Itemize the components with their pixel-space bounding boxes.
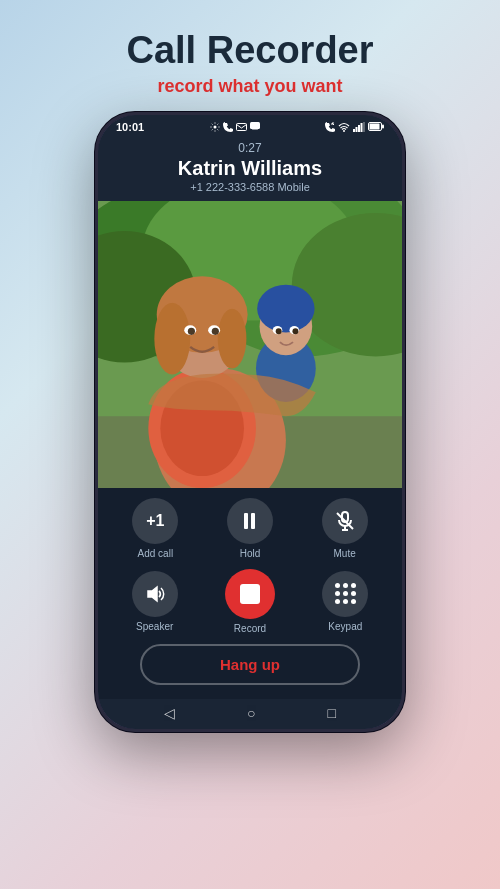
speaker-icon	[144, 583, 166, 605]
status-bar: 10:01	[98, 115, 402, 135]
hangup-row: Hang up	[108, 644, 392, 685]
svg-point-37	[292, 328, 298, 334]
settings-icon	[210, 122, 220, 132]
svg-rect-5	[355, 127, 357, 132]
svg-point-0	[213, 125, 216, 128]
record-icon-circle	[225, 569, 275, 619]
record-label: Record	[234, 623, 266, 634]
pause-bar-left	[244, 513, 248, 529]
app-header: Call Recorder record what you want	[106, 0, 393, 112]
add-call-button[interactable]: +1 Add call	[132, 498, 178, 559]
pause-bar-right	[251, 513, 255, 529]
contact-photo-svg	[98, 201, 402, 488]
battery-icon	[368, 122, 384, 131]
caller-name: Katrin Williams	[108, 157, 392, 180]
add-call-icon: +1	[146, 512, 164, 530]
record-stop-icon	[240, 584, 260, 604]
pause-icon	[244, 513, 255, 529]
add-call-label: Add call	[138, 548, 174, 559]
add-call-icon-circle: +1	[132, 498, 178, 544]
speaker-label: Speaker	[136, 621, 173, 632]
hold-button[interactable]: Hold	[227, 498, 273, 559]
keypad-icon-circle	[322, 571, 368, 617]
svg-rect-4	[353, 129, 355, 132]
svg-rect-11	[382, 125, 384, 129]
svg-rect-1	[236, 123, 246, 130]
svg-rect-7	[360, 123, 362, 132]
call-controls: +1 Add call Hold	[98, 488, 402, 699]
keypad-button[interactable]: Keypad	[322, 571, 368, 632]
message-icon	[250, 122, 260, 131]
svg-point-29	[188, 328, 195, 335]
svg-point-25	[154, 302, 190, 374]
wifi-icon	[338, 122, 350, 132]
call-duration: 0:27	[108, 141, 392, 155]
svg-rect-6	[358, 125, 360, 132]
incoming-call-icon	[325, 122, 335, 132]
svg-point-33	[257, 285, 314, 333]
controls-row-2: Speaker Record	[108, 569, 392, 634]
svg-rect-8	[363, 122, 365, 132]
svg-point-26	[218, 308, 247, 368]
nav-home-button[interactable]: ○	[247, 705, 255, 721]
status-right-icons	[325, 122, 384, 132]
caller-number: +1 222-333-6588 Mobile	[108, 181, 392, 193]
hangup-button[interactable]: Hang up	[140, 644, 360, 685]
svg-point-3	[343, 130, 345, 132]
phone-icon	[223, 122, 233, 132]
hold-label: Hold	[240, 548, 261, 559]
hold-icon-circle	[227, 498, 273, 544]
nav-back-button[interactable]: ◁	[164, 705, 175, 721]
signal-icon	[353, 122, 365, 132]
nav-bar: ◁ ○ □	[98, 699, 402, 729]
speaker-button[interactable]: Speaker	[132, 571, 178, 632]
status-time: 10:01	[116, 121, 144, 133]
svg-marker-42	[148, 587, 157, 601]
mute-button[interactable]: Mute	[322, 498, 368, 559]
record-button[interactable]: Record	[225, 569, 275, 634]
svg-rect-10	[369, 124, 379, 130]
contact-photo	[98, 201, 402, 488]
phone-screen: 10:01	[98, 115, 402, 729]
envelope-icon	[236, 123, 247, 131]
svg-point-36	[276, 328, 282, 334]
keypad-icon	[335, 583, 356, 604]
status-left-icons	[210, 122, 260, 132]
keypad-label: Keypad	[328, 621, 362, 632]
mute-icon-circle	[322, 498, 368, 544]
controls-row-1: +1 Add call Hold	[108, 498, 392, 559]
phone-frame: 10:01	[95, 112, 405, 732]
mic-off-icon	[334, 510, 356, 532]
app-title: Call Recorder	[126, 30, 373, 72]
app-subtitle: record what you want	[126, 76, 373, 97]
speaker-icon-circle	[132, 571, 178, 617]
svg-point-30	[212, 328, 219, 335]
mute-label: Mute	[334, 548, 356, 559]
call-header: 0:27 Katrin Williams +1 222-333-6588 Mob…	[98, 135, 402, 201]
nav-recent-button[interactable]: □	[328, 705, 336, 721]
